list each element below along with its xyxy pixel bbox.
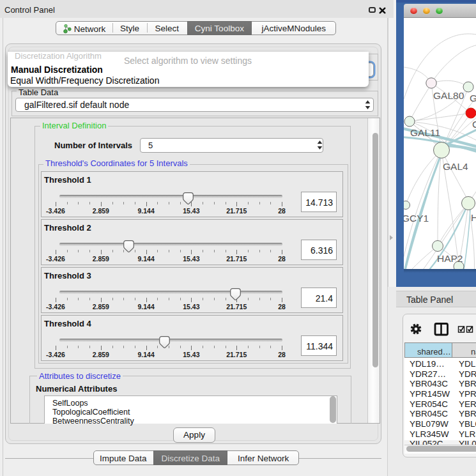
svg-text:HAP2: HAP2: [437, 253, 463, 264]
svg-text:GCY1: GCY1: [404, 213, 429, 224]
svg-text:GAL11: GAL11: [410, 127, 440, 138]
svg-text:GAL80: GAL80: [433, 90, 464, 101]
svg-text:C: C: [472, 119, 476, 130]
svg-text:GAL4: GAL4: [443, 161, 468, 172]
svg-text:H: H: [471, 212, 476, 223]
svg-text:G.: G.: [470, 93, 476, 104]
